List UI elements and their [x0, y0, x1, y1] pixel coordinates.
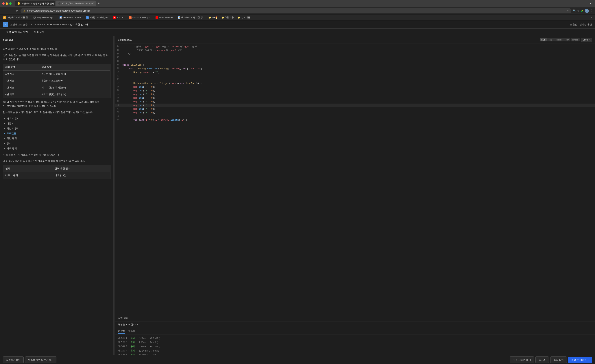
- minimize-button[interactable]: [6, 2, 8, 5]
- table-header-type: 성격 유형: [39, 64, 110, 71]
- bookmark-folder-label-2: 5월 채용: [225, 16, 234, 19]
- close-button[interactable]: [2, 2, 5, 5]
- choice-7: 매우 동의: [7, 146, 110, 150]
- line-content: - 만약, type1 > type2라면 -> answer에 type1 넣…: [122, 45, 595, 49]
- problem-note1: 4개의 지표가 있으므로 성격 유형은 총 16(=2 x 2 x 2 x 2)…: [3, 100, 110, 108]
- extension-icon[interactable]: 🧩: [581, 9, 584, 12]
- bookmark-favicon-3: 📋: [60, 16, 62, 19]
- test-label-1: 테스트 1: [118, 336, 129, 340]
- line-content: map.put('F', 0);: [122, 96, 595, 100]
- problem-desc: 성격 유형 검사는 다음과 같은 4개 지표로 성격 유형을 구분합니다. 성격…: [3, 53, 110, 61]
- url-bar[interactable]: 🔒 school.programmers.co.kr/learn/courses…: [21, 8, 571, 13]
- code-line-23: 23: [115, 78, 595, 82]
- question-button[interactable]: 질문하기 (55): [3, 357, 24, 363]
- add-testcase-button[interactable]: 테스트 케이스 추가하기: [25, 357, 57, 363]
- bookmark-folder-jobs[interactable]: 📁 5월 채용: [220, 15, 235, 20]
- code-editor[interactable]: 14 - 만약, type1 > type2라면 -> answer에 type…: [115, 43, 595, 315]
- test-mem-1: 73.9MB: [150, 337, 158, 339]
- submit-button[interactable]: 제출 후 채점하기: [568, 357, 592, 363]
- bookmark-discover[interactable]: D Discover the top s...: [128, 16, 153, 19]
- compile-options-button[interactable]: 컴파일 옵션: [580, 23, 592, 26]
- bookmark-commit[interactable]: 커 커밋(commit) 날짜...: [85, 15, 111, 20]
- bookmark-baekjoo[interactable]: ◯ tony9402/baekjoo...: [32, 16, 57, 19]
- table-cell-4-0: 4번 지표: [3, 91, 39, 98]
- bookmark-notes[interactable]: 📝 내가 보려고 정리한 정...: [176, 15, 206, 20]
- bookmark-folder-ds[interactable]: 📁 DS🔥: [207, 15, 220, 19]
- score-table: 선택지 성격 유형 점수 매우 비동의 네오형 3점: [3, 165, 110, 179]
- line-number: 19: [115, 63, 122, 67]
- tab-problem[interactable]: 성격 유형 검사하기: [3, 29, 31, 36]
- bookmark-folder-algo[interactable]: 📁 알고리즘: [236, 15, 252, 20]
- profile-avatar[interactable]: U: [585, 9, 589, 13]
- line-number: 23: [115, 78, 122, 82]
- result-tabs: 정확성 테스트: [115, 328, 595, 335]
- bookmark-label-7: YouTube Music: [159, 16, 174, 19]
- test-detail-2: (: [137, 341, 137, 344]
- theme-dark[interactable]: dark: [540, 38, 547, 41]
- back-button[interactable]: ←: [2, 9, 7, 13]
- bookmark-favicon-2: ◯: [33, 16, 36, 19]
- run-button[interactable]: 코드 실행: [550, 357, 567, 363]
- bookmark-git[interactable]: 📋 Git remote branch...: [58, 16, 84, 19]
- table-cell-3-0: 3번 지표: [3, 84, 39, 91]
- code-line-19: 19 class Solution {: [115, 63, 595, 67]
- theme-sublime[interactable]: sublime: [554, 38, 564, 41]
- line-content: [122, 78, 595, 82]
- menu-icon[interactable]: ⋮: [590, 9, 593, 13]
- choice-4: 모르겠음: [7, 131, 110, 136]
- help-button[interactable]: 도움말: [570, 23, 577, 26]
- result-tab-test[interactable]: 테스트: [128, 328, 135, 334]
- code-line-28: 28 map.put('F', 0);: [115, 96, 595, 100]
- code-line-33: 33: [115, 114, 595, 118]
- result-status: 채점을 시작합니다.: [115, 321, 595, 328]
- new-tab-button[interactable]: +: [96, 1, 101, 6]
- bookmark-icon[interactable]: ☆: [577, 9, 580, 12]
- bottom-bar: 질문하기 (55) 테스트 케이스 추가하기 다른 사람의 풀이 초기화 코드 …: [0, 355, 595, 364]
- search-icon[interactable]: 🔍: [573, 9, 576, 12]
- bookmark-label-3: Git remote branch...: [63, 16, 82, 19]
- language-selector[interactable]: Java: [581, 38, 592, 42]
- test-sep-1: ,: [148, 337, 148, 339]
- code-line-32: 32 map.put('N', 0);: [115, 111, 595, 114]
- bookmark-coding[interactable]: P 코딩테스트 대비를 위...: [2, 15, 31, 20]
- line-content: HashMap<Character, Integer> map = new Ha…: [122, 82, 595, 85]
- test-row-4: 테스트 4 통과 (11.96ms, 78.8MB): [118, 349, 592, 353]
- bookmarks-more-button[interactable]: »: [590, 16, 593, 19]
- site-header: P 코딩테스트 연습 › 2022 KAKAO TECH INTERNSHIP …: [0, 21, 595, 29]
- theme-vim[interactable]: vim: [564, 38, 570, 41]
- test-label-2: 테스트 2: [118, 341, 129, 344]
- tab-dropdown-button[interactable]: ▾: [588, 1, 593, 6]
- result-tab-accuracy[interactable]: 정확성: [118, 328, 125, 334]
- bookmark-youtube[interactable]: ▶ YouTube: [112, 16, 127, 19]
- editor-filename: Solution.java: [118, 38, 132, 41]
- tab-programmers[interactable]: 🟡 코딩테스트 연습 - 성격 유형 검사... ✕: [15, 0, 55, 7]
- forward-button[interactable]: →: [8, 9, 13, 13]
- score-header-choice: 선택지: [3, 165, 52, 172]
- breadcrumb-link-2[interactable]: 2022 KAKAO TECH INTERNSHIP: [31, 23, 67, 26]
- code-line-22: 22: [115, 74, 595, 78]
- table-cell-3-1: 제이지형(J), 무지형(M): [39, 84, 110, 91]
- theme-light[interactable]: light: [547, 38, 554, 41]
- line-number: 18: [115, 60, 122, 63]
- tab-submissions[interactable]: 제출 내역: [31, 29, 48, 36]
- code-line-21: 21 String answer = "";: [115, 71, 595, 74]
- breadcrumb-link-1[interactable]: 코딩테스트 연습: [10, 23, 28, 26]
- code-line-29: 29 map.put('J', 0);: [115, 100, 595, 104]
- panel-divider[interactable]: ⋮: [113, 36, 115, 355]
- line-content: map.put('R', 0);: [122, 85, 595, 89]
- choice-1: 매우 비동의: [7, 117, 110, 121]
- maximize-button[interactable]: [9, 2, 12, 5]
- line-content: String answer = "";: [122, 71, 595, 74]
- tab-github[interactable]: ⚫ CodingTest_Java/프로그래머스/... ✕: [56, 0, 96, 7]
- line-number: 30: [115, 104, 122, 107]
- problem-title: 문제 설명: [0, 36, 113, 44]
- choice-6: 동의: [7, 142, 110, 145]
- test-result-5: 통과: [130, 353, 135, 355]
- other-solutions-button[interactable]: 다른 사람의 풀이: [510, 357, 534, 363]
- bookmark-ytmusic[interactable]: ♪ YouTube Music: [154, 16, 176, 19]
- right-panel: Solution.java dark light sublime vim ema…: [115, 36, 595, 355]
- theme-emacs[interactable]: emacs: [571, 38, 580, 41]
- reload-button[interactable]: ↻: [15, 9, 19, 13]
- line-number: 32: [115, 111, 122, 114]
- reset-button[interactable]: 초기화: [535, 357, 549, 363]
